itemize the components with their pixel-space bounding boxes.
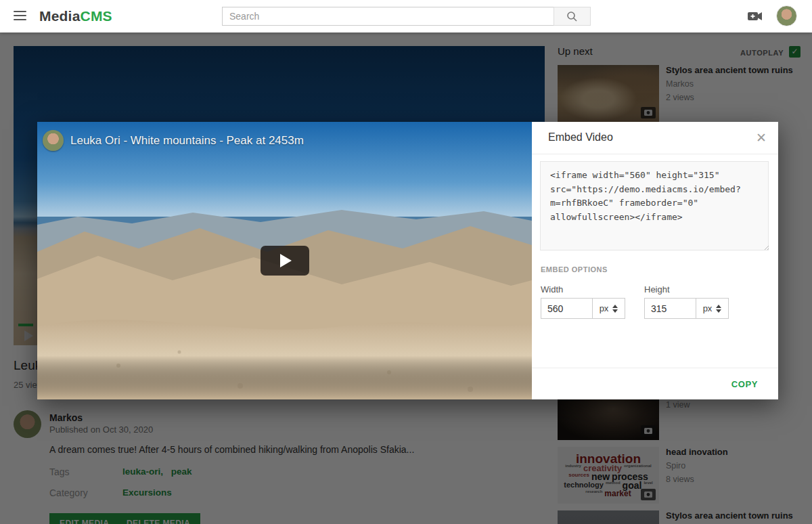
height-input[interactable] [644,298,696,319]
top-header: MediaCMS [0,0,812,32]
search-bar [222,7,591,26]
width-unit-select[interactable]: px [593,298,625,319]
play-icon [280,254,292,267]
user-avatar[interactable] [776,5,797,26]
preview-video-title: Leuka Ori - White mountains - Peak at 24… [70,134,304,148]
width-label: Width [541,284,563,294]
play-button[interactable] [261,246,309,276]
video-preview[interactable]: Leuka Ori - White mountains - Peak at 24… [37,122,532,399]
search-icon [566,11,578,22]
search-button[interactable] [554,7,591,26]
preview-author-avatar[interactable] [43,130,64,151]
embed-popup: Leuka Ori - White mountains - Peak at 24… [37,122,778,399]
unit-label: px [703,303,713,313]
embed-code-textarea[interactable]: <iframe width="560" height="315" src="ht… [540,161,769,250]
dialog-title: Embed Video [548,131,613,144]
search-input[interactable] [222,7,554,26]
width-field-group: px [541,298,625,319]
page: MediaCMS Leuka Ori - White mountains - P… [0,0,812,524]
copy-button[interactable]: COPY [731,379,758,389]
close-icon[interactable]: ✕ [756,130,767,146]
stepper-arrows-icon [612,305,618,313]
preview-header: Leuka Ori - White mountains - Peak at 24… [43,130,304,151]
width-input[interactable] [541,298,593,319]
height-unit-select[interactable]: px [696,298,729,319]
logo-media: Media [39,8,81,24]
height-label: Height [644,284,670,294]
logo-cms: CMS [81,8,112,24]
upload-video-icon[interactable] [748,10,763,22]
logo[interactable]: MediaCMS [39,8,112,24]
unit-label: px [600,303,609,313]
menu-icon[interactable] [14,11,26,21]
height-field-group: px [644,298,729,319]
embed-options-label: EMBED OPTIONS [541,265,608,274]
footer-divider [532,368,778,368]
dialog-divider [532,154,778,154]
stepper-arrows-icon [716,305,721,313]
embed-dialog: Embed Video ✕ <iframe width="560" height… [532,122,778,399]
